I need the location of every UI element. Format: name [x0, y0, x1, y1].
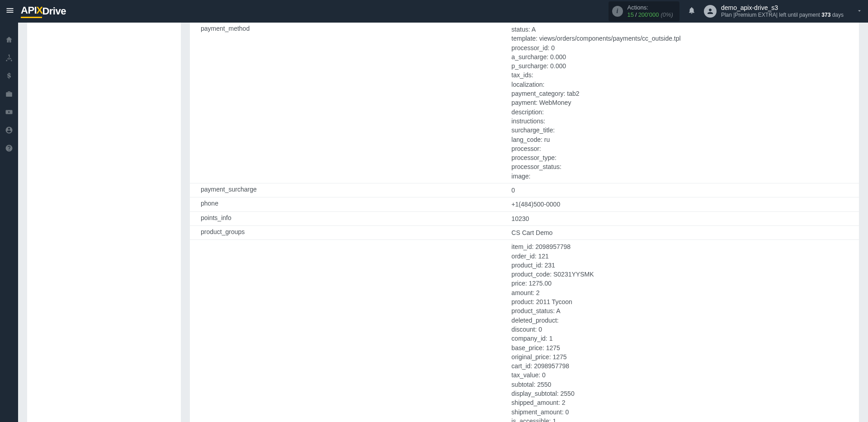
sidebar-item-briefcase[interactable]: [0, 85, 18, 103]
main-panel: payment_methodstatus: A template: views/…: [190, 23, 859, 422]
data-row: phone+1(484)500-0000: [190, 197, 859, 211]
actions-label: Actions:: [627, 4, 673, 11]
sidebar-item-video[interactable]: [0, 103, 18, 121]
data-row: item_id: 2098957798 order_id: 121 produc…: [190, 240, 859, 422]
user-menu[interactable]: demo_apix-drive_s3 Plan |Premium EXTRA| …: [704, 4, 863, 18]
user-name: demo_apix-drive_s3: [721, 4, 844, 12]
sidebar-item-billing[interactable]: [0, 67, 18, 85]
logo-part-api: API: [21, 5, 37, 16]
data-value: CS Cart Demo: [511, 228, 848, 237]
actions-slash: /: [635, 11, 637, 19]
actions-used: 15: [627, 11, 634, 19]
data-row: points_info10230: [190, 212, 859, 226]
content-area: payment_methodstatus: A template: views/…: [18, 23, 868, 422]
actions-total: 200'000: [638, 11, 659, 19]
topbar: APIX Drive i Actions: 15 / 200'000 (0%) …: [0, 0, 868, 23]
logo[interactable]: APIX Drive: [21, 5, 66, 18]
bell-icon[interactable]: [688, 6, 696, 17]
actions-counter[interactable]: i Actions: 15 / 200'000 (0%): [609, 1, 679, 21]
data-key: phone: [201, 200, 511, 209]
sidebar-item-home[interactable]: [0, 31, 18, 49]
data-value: 10230: [511, 214, 848, 223]
sidebar-item-help[interactable]: [0, 139, 18, 157]
left-panel: [27, 23, 181, 422]
data-key: payment_surcharge: [201, 186, 511, 195]
data-key: points_info: [201, 214, 511, 223]
data-row: payment_surcharge0: [190, 183, 859, 197]
data-key: payment_method: [201, 25, 511, 32]
sidebar: [0, 23, 18, 422]
actions-percent: (0%): [661, 11, 673, 19]
sidebar-item-account[interactable]: [0, 121, 18, 139]
data-value: 0: [511, 186, 848, 195]
data-value: item_id: 2098957798 order_id: 121 produc…: [511, 242, 848, 422]
data-value: status: A template: views/orders/compone…: [511, 25, 848, 181]
user-plan: Plan |Premium EXTRA| left until payment …: [721, 12, 844, 18]
logo-part-x: X: [36, 5, 42, 16]
data-value: +1(484)500-0000: [511, 200, 848, 209]
logo-part-drive: Drive: [42, 5, 66, 17]
sidebar-item-connections[interactable]: [0, 49, 18, 67]
chevron-down-icon: [856, 8, 863, 15]
menu-toggle-icon[interactable]: [5, 6, 14, 17]
info-icon: i: [612, 6, 623, 17]
data-key: product_groups: [201, 228, 511, 237]
data-row: product_groupsCS Cart Demo: [190, 226, 859, 240]
data-row: payment_methodstatus: A template: views/…: [190, 23, 859, 183]
avatar-icon: [704, 5, 717, 18]
